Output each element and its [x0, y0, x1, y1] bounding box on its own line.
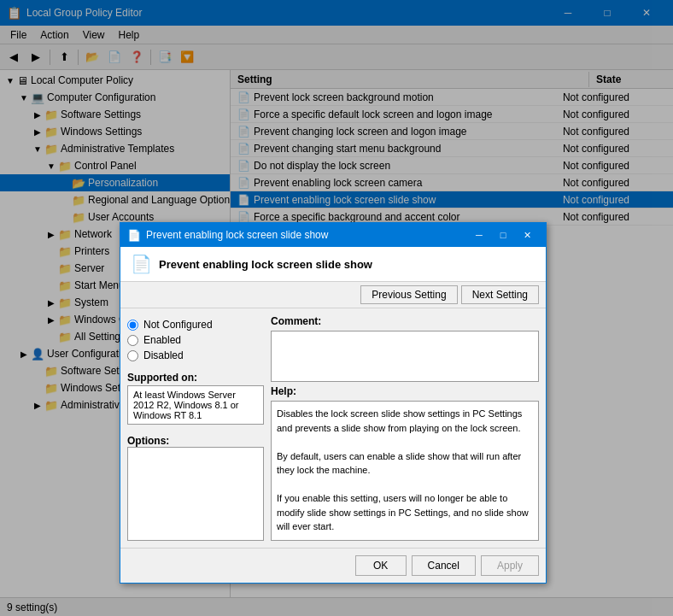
policy-dialog: 📄 Prevent enabling lock screen slide sho… — [120, 222, 547, 584]
modal-nav: Previous Setting Next Setting — [120, 282, 546, 308]
radio-enabled[interactable]: Enabled — [127, 334, 264, 346]
folder-icon: 📁 — [44, 399, 58, 412]
expand-icon — [31, 364, 44, 378]
apply-button[interactable]: Apply — [481, 555, 539, 576]
list-row[interactable]: 📄 Force a specific default lock screen a… — [231, 106, 673, 123]
menu-help[interactable]: Help — [112, 27, 147, 43]
expand-icon — [44, 261, 58, 275]
expand-icon: ▶ — [31, 108, 44, 121]
setting-icon: 📄 — [237, 109, 250, 120]
tree-item-regional[interactable]: 📁 Regional and Language Options — [0, 191, 230, 208]
filter-button[interactable]: 🔽 — [177, 48, 197, 67]
tree-item-local-computer-policy[interactable]: ▼ 🖥 Local Computer Policy — [0, 72, 230, 89]
supported-text: At least Windows Server 2012 R2, Windows… — [127, 385, 264, 425]
minimize-button[interactable]: ─ — [548, 0, 588, 26]
up-button[interactable]: ⬆ — [54, 48, 74, 67]
modal-minimize-button[interactable]: ─ — [467, 223, 491, 247]
list-row[interactable]: 📄 Do not display the lock screen Not con… — [231, 157, 673, 174]
menu-action[interactable]: Action — [33, 27, 75, 43]
setting-cell: 📄 Force a specific default lock screen a… — [231, 109, 556, 120]
setting-cell: 📄 Prevent enabling lock screen camera — [231, 177, 556, 189]
radio-not-configured[interactable]: Not Configured — [127, 319, 264, 331]
list-row[interactable]: 📄 Prevent changing start menu background… — [231, 140, 673, 157]
expand-icon — [44, 279, 58, 292]
tree-item-computer-config[interactable]: ▼ 💻 Computer Configuration — [0, 89, 230, 106]
list-header: Setting State — [231, 70, 673, 89]
expand-icon: ▶ — [44, 296, 58, 309]
folder-icon: 📁 — [58, 160, 72, 173]
menu-file[interactable]: File — [3, 27, 33, 43]
app-title: Local Group Policy Editor — [26, 7, 548, 19]
options-section: Options: — [127, 431, 264, 541]
toolbar-sep-3 — [150, 50, 151, 65]
folder-icon: 📁 — [58, 331, 72, 343]
modal-right-panel: Comment: Help: Disables the lock screen … — [271, 315, 539, 541]
options-label: Options: — [127, 435, 264, 447]
expand-icon — [44, 330, 58, 343]
tree-label: Windows Settings — [61, 126, 142, 138]
help-label: Help: — [271, 385, 539, 397]
list-row[interactable]: 📄 Prevent changing lock screen and logon… — [231, 123, 673, 140]
menu-bar: File Action View Help — [0, 26, 673, 44]
previous-setting-button[interactable]: Previous Setting — [360, 285, 457, 304]
menu-view[interactable]: View — [76, 27, 112, 43]
radio-group: Not Configured Enabled Disabled — [127, 315, 264, 365]
help-box: Disables the lock screen slide show sett… — [271, 401, 539, 541]
properties-button[interactable]: 📄 — [104, 48, 125, 67]
expand-icon: ▼ — [31, 142, 44, 155]
modal-inner-icon: 📄 — [131, 254, 152, 274]
setting-icon: 📄 — [237, 91, 250, 103]
radio-disabled[interactable]: Disabled — [127, 349, 264, 361]
maximize-button[interactable]: □ — [588, 0, 627, 26]
modal-footer: OK Cancel Apply — [120, 548, 546, 583]
status-text: 9 setting(s) — [7, 601, 57, 613]
tree-item-windows-settings[interactable]: ▶ 📁 Windows Settings — [0, 123, 230, 140]
close-button[interactable]: ✕ — [627, 0, 666, 26]
tree-item-personalization[interactable]: 📂 Personalization — [0, 174, 230, 191]
folder-icon: 📁 — [44, 365, 58, 378]
comment-box[interactable] — [271, 331, 539, 382]
help-text-2: By default, users can enable a slide sho… — [277, 449, 533, 478]
title-bar: 📋 Local Group Policy Editor ─ □ ✕ — [0, 0, 673, 26]
back-button[interactable]: ◀ — [3, 48, 24, 67]
radio-disabled-input[interactable] — [127, 350, 138, 361]
expand-icon — [58, 210, 72, 224]
col-state[interactable]: State — [589, 72, 673, 87]
modal-close-button[interactable]: ✕ — [515, 223, 539, 247]
state-cell: Not configured — [556, 160, 673, 172]
state-cell: Not configured — [556, 126, 673, 138]
modal-maximize-button[interactable]: □ — [491, 223, 515, 247]
show-hide-button[interactable]: 📂 — [82, 48, 102, 67]
state-cell: Not configured — [556, 194, 673, 206]
list-row[interactable]: 📄 Prevent enabling lock screen camera No… — [231, 174, 673, 191]
tree-label: Software Settings — [61, 109, 141, 120]
new-window-button[interactable]: 📑 — [155, 48, 175, 67]
state-cell: Not configured — [556, 143, 673, 155]
setting-icon: 📄 — [237, 160, 250, 172]
modal-title-text: Prevent enabling lock screen slide show — [146, 229, 467, 241]
tree-item-software-settings[interactable]: ▶ 📁 Software Settings — [0, 106, 230, 123]
forward-button[interactable]: ▶ — [26, 48, 46, 67]
radio-not-configured-input[interactable] — [127, 320, 138, 331]
ok-button[interactable]: OK — [355, 555, 407, 576]
expand-icon: ▼ — [3, 73, 17, 87]
expand-icon: ▶ — [17, 347, 31, 361]
cancel-button[interactable]: Cancel — [412, 555, 476, 576]
state-cell: Not configured — [556, 177, 673, 189]
list-row-selected[interactable]: 📄 Prevent enabling lock screen slide sho… — [231, 191, 673, 208]
list-row[interactable]: 📄 Prevent lock screen background motion … — [231, 89, 673, 106]
setting-cell: 📄 Prevent lock screen background motion — [231, 91, 556, 103]
state-cell: Not configured — [556, 211, 673, 223]
tree-label: Local Computer Policy — [31, 74, 133, 86]
tree-item-control-panel[interactable]: ▼ 📁 Control Panel — [0, 157, 230, 174]
folder-icon: 📁 — [44, 109, 58, 121]
next-setting-button[interactable]: Next Setting — [461, 285, 539, 304]
help-text-1: Disables the lock screen slide show sett… — [277, 407, 533, 435]
col-setting[interactable]: Setting — [231, 72, 589, 87]
folder-icon: 🖥 — [17, 74, 28, 87]
window-controls: ─ □ ✕ — [548, 0, 666, 26]
radio-enabled-input[interactable] — [127, 335, 138, 346]
modal-inner-title: Prevent enabling lock screen slide show — [159, 258, 372, 271]
help-button[interactable]: ❓ — [126, 48, 147, 67]
tree-item-admin-templates[interactable]: ▼ 📁 Administrative Templates — [0, 140, 230, 157]
